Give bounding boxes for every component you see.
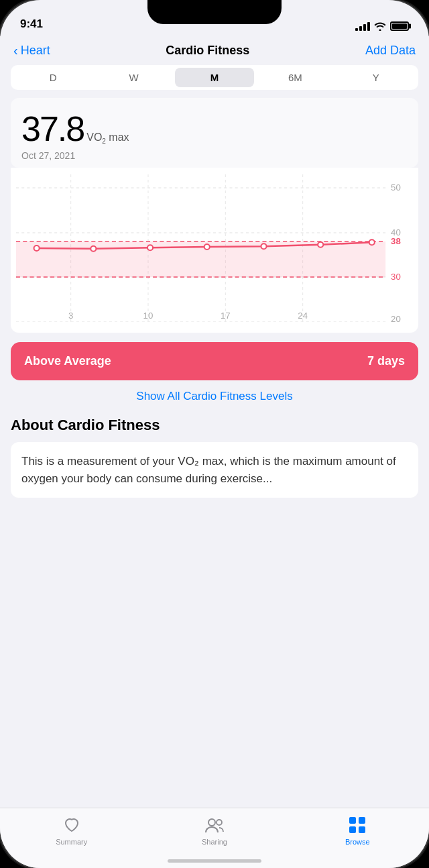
status-icons bbox=[355, 21, 409, 31]
svg-text:3: 3 bbox=[68, 311, 73, 321]
svg-rect-31 bbox=[359, 817, 365, 824]
svg-text:20: 20 bbox=[391, 314, 401, 322]
period-btn-w[interactable]: W bbox=[94, 68, 173, 87]
vo2-unit: VO2 max bbox=[86, 131, 129, 145]
tab-browse-label: Browse bbox=[345, 838, 370, 846]
tab-sharing[interactable]: Sharing bbox=[143, 815, 286, 846]
home-indicator bbox=[168, 859, 261, 863]
notch bbox=[147, 0, 282, 24]
page-title: Cardio Fitness bbox=[166, 44, 249, 58]
svg-rect-33 bbox=[359, 826, 365, 833]
about-text: This is a measurement of your VO₂ max, w… bbox=[21, 455, 396, 485]
about-card: This is a measurement of your VO₂ max, w… bbox=[11, 442, 418, 498]
back-button[interactable]: ‹ Heart bbox=[13, 43, 50, 58]
value-display: 37.8 VO2 max Oct 27, 2021 bbox=[11, 98, 418, 168]
cardio-chart: 50 40 38 30 20 3 10 17 24 bbox=[16, 174, 413, 322]
about-section: About Cardio Fitness This is a measureme… bbox=[11, 410, 418, 498]
svg-text:30: 30 bbox=[391, 272, 401, 282]
value-date: Oct 27, 2021 bbox=[21, 150, 408, 161]
above-average-card[interactable]: Above Average 7 days bbox=[11, 342, 418, 380]
show-all-label: Show All Cardio Fitness Levels bbox=[136, 390, 292, 402]
svg-rect-32 bbox=[349, 826, 356, 833]
vo2-value: 37.8 bbox=[21, 109, 84, 149]
grid-icon bbox=[347, 815, 367, 835]
show-all-link[interactable]: Show All Cardio Fitness Levels bbox=[0, 390, 429, 403]
battery-icon bbox=[390, 21, 409, 31]
above-avg-days: 7 days bbox=[367, 354, 405, 368]
screen-content: ‹ Heart Cardio Fitness Add Data D W M 6M… bbox=[0, 36, 429, 808]
svg-point-12 bbox=[34, 246, 40, 251]
period-selector: D W M 6M Y bbox=[11, 65, 418, 90]
period-btn-y[interactable]: Y bbox=[336, 68, 416, 87]
svg-text:10: 10 bbox=[143, 311, 154, 321]
heart-icon bbox=[62, 815, 82, 835]
svg-text:50: 50 bbox=[391, 182, 401, 193]
chart-wrapper: 50 40 38 30 20 3 10 17 24 bbox=[16, 174, 413, 322]
above-avg-label: Above Average bbox=[24, 354, 111, 368]
tab-summary-label: Summary bbox=[56, 838, 87, 846]
svg-point-18 bbox=[369, 239, 375, 245]
tab-summary[interactable]: Summary bbox=[0, 815, 143, 846]
period-btn-6m[interactable]: 6M bbox=[255, 68, 334, 87]
nav-header: ‹ Heart Cardio Fitness Add Data bbox=[0, 36, 429, 65]
chevron-left-icon: ‹ bbox=[13, 43, 18, 58]
chart-container: 50 40 38 30 20 3 10 17 24 bbox=[11, 168, 418, 333]
people-icon bbox=[204, 815, 225, 835]
tab-browse[interactable]: Browse bbox=[286, 815, 429, 846]
svg-point-28 bbox=[208, 819, 215, 826]
svg-point-13 bbox=[90, 246, 96, 252]
svg-point-17 bbox=[318, 242, 323, 248]
svg-text:38: 38 bbox=[391, 236, 401, 246]
svg-point-14 bbox=[147, 245, 153, 250]
about-title: About Cardio Fitness bbox=[11, 417, 418, 434]
add-data-button[interactable]: Add Data bbox=[365, 44, 416, 58]
svg-point-15 bbox=[204, 244, 210, 250]
period-btn-d[interactable]: D bbox=[13, 68, 93, 87]
back-label: Heart bbox=[21, 44, 50, 58]
svg-point-29 bbox=[217, 820, 222, 825]
svg-text:24: 24 bbox=[298, 311, 308, 321]
status-time: 9:41 bbox=[20, 17, 43, 31]
wifi-icon bbox=[374, 21, 386, 31]
svg-point-16 bbox=[261, 243, 266, 249]
svg-rect-30 bbox=[349, 817, 356, 824]
period-btn-m[interactable]: M bbox=[175, 68, 254, 87]
signal-icon bbox=[355, 21, 370, 31]
svg-text:17: 17 bbox=[221, 311, 231, 321]
tab-sharing-label: Sharing bbox=[202, 838, 227, 846]
